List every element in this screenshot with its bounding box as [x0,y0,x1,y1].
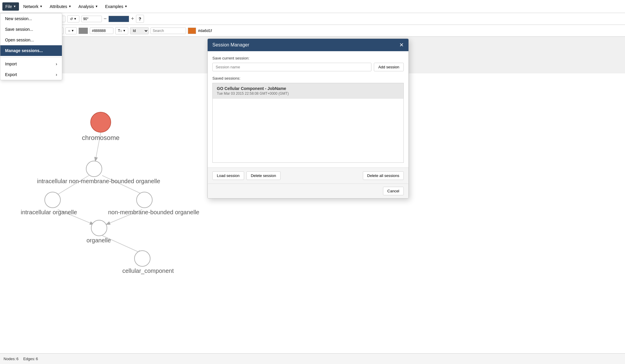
add-session-button[interactable]: Add session [374,63,404,71]
cancel-label: Cancel [387,189,399,193]
session-manager-dialog: Session Manager ✕ Save current session: … [207,38,409,199]
gray-swatch[interactable] [78,28,88,34]
delete-all-sessions-button[interactable]: Delete all sessions [363,171,404,180]
footer-right-buttons: Delete all sessions [363,171,404,180]
session-manager-title: Session Manager [212,42,249,48]
menu-examples[interactable]: Examples ▼ [102,2,130,11]
menu-import[interactable]: Import › [0,59,62,69]
session-manager-body: Save current session: Add session Saved … [208,51,408,167]
menu-analysis-label: Analysis [78,4,94,9]
save-session-label: Save session... [5,27,33,32]
edges-label: Edges: [23,357,35,361]
menu-network-label: Network [23,4,38,9]
nodes-label: Nodes: [4,357,16,361]
edges-count: 6 [36,357,38,361]
file-chevron-icon: ▼ [13,5,16,8]
load-session-button[interactable]: Load session [212,171,244,180]
save-current-session-label: Save current session: [212,56,404,60]
manage-sessions-label: Manage sessions... [5,48,43,53]
new-session-label: New session... [5,16,32,21]
node-cellular-component-label: cellular_component [122,268,174,274]
accent-color-label: #da6d1f [198,28,212,33]
nodes-count: 6 [16,357,18,361]
status-bar: Nodes: 6 Edges: 6 [0,353,625,364]
node-intracellular-organelle-label: intracellular organelle [21,209,77,216]
stroke-color-swatch[interactable] [108,16,129,22]
node-organelle[interactable]: organelle [91,220,107,236]
toolbar-row-1: ⇄ ▼ ⊙ ▼ 🖼 ▼ ↺ ▼ − + ? [0,13,625,25]
node-non-membrane-organelle[interactable]: non-membrane-bounded organelle [136,192,153,208]
export-chevron-icon: › [56,72,57,77]
menu-manage-sessions[interactable]: Manage sessions... [0,45,62,56]
delete-session-label: Delete session [251,173,276,178]
rotate-value-input[interactable] [81,16,102,22]
text-button[interactable]: T↕ ▼ [115,27,128,34]
rotate-button[interactable]: ↺ ▼ [67,15,79,22]
search-input[interactable] [150,28,186,34]
stroke-color-input[interactable] [90,28,113,34]
sessions-list: GO Cellular Component - JobName Tue Mar … [212,83,404,163]
node-non-membrane-organelle-label: non-membrane-bounded organelle [108,209,199,216]
dropdown-separator [0,57,62,57]
menu-export[interactable]: Export › [0,69,62,80]
shape-button[interactable]: ○ ▼ [65,27,77,34]
help-button[interactable]: ? [136,15,144,23]
menu-attributes[interactable]: Attributes ▼ [47,2,74,11]
node-intracellular-non-membrane-label: intracellular non-membrane-bounded organ… [37,178,160,185]
node-organelle-label: organelle [86,237,111,244]
analysis-chevron-icon: ▼ [95,5,98,8]
menu-save-session[interactable]: Save session... [0,24,62,35]
node-cellular-component[interactable]: cellular_component [134,250,150,267]
menu-file-label: File [5,4,12,9]
add-session-label: Add session [378,65,399,69]
menu-open-session[interactable]: Open session... [0,35,62,45]
session-list-item[interactable]: GO Cellular Component - JobName Tue Mar … [213,83,403,99]
label-type-select[interactable]: Id Name [130,27,149,34]
export-label: Export [5,72,17,77]
session-item-date: Tue Mar 03 2015 22:58:08 GMT+0000 (GMT) [217,91,399,96]
menu-file[interactable]: File ▼ [2,2,19,11]
saved-sessions-label: Saved sessions: [212,76,404,80]
network-chevron-icon: ▼ [40,5,43,8]
menu-new-session[interactable]: New session... [0,13,62,24]
session-name-row: Add session [212,63,404,71]
open-session-label: Open session... [5,38,34,42]
delete-all-sessions-label: Delete all sessions [367,173,399,178]
menubar: File ▼ Network ▼ Attributes ▼ Analysis ▼… [0,0,625,13]
session-manager-header: Session Manager ✕ [208,39,408,51]
menu-examples-label: Examples [105,4,123,9]
accent-swatch[interactable] [188,28,196,34]
import-chevron-icon: › [56,62,57,66]
load-session-label: Load session [217,173,240,178]
cancel-button[interactable]: Cancel [383,187,404,195]
session-cancel-row: Cancel [208,183,408,198]
session-item-name: GO Cellular Component - JobName [217,86,399,91]
menu-analysis[interactable]: Analysis ▼ [76,2,101,11]
session-name-input[interactable] [212,63,371,71]
delete-session-button[interactable]: Delete session [246,171,281,180]
attributes-chevron-icon: ▼ [68,5,71,8]
menu-network[interactable]: Network ▼ [20,2,45,11]
session-manager-footer: Load session Delete session Delete all s… [208,167,408,183]
node-chromosome[interactable]: chromosome [90,112,111,133]
menu-attributes-label: Attributes [50,4,67,9]
import-label: Import [5,62,17,66]
node-chromosome-label: chromosome [82,134,119,142]
examples-chevron-icon: ▼ [124,5,127,8]
file-dropdown-menu: New session... Save session... Open sess… [0,13,62,80]
session-manager-close-button[interactable]: ✕ [399,42,404,48]
footer-left-buttons: Load session Delete session [212,171,281,180]
toolbar-row-2: ◑ ▼ ● ▼ ○ ▼ T↕ ▼ Id Name #da6d1f [0,25,625,37]
node-intracellular-non-membrane[interactable]: intracellular non-membrane-bounded organ… [86,161,102,177]
node-intracellular-organelle[interactable]: intracellular organelle [44,192,61,208]
